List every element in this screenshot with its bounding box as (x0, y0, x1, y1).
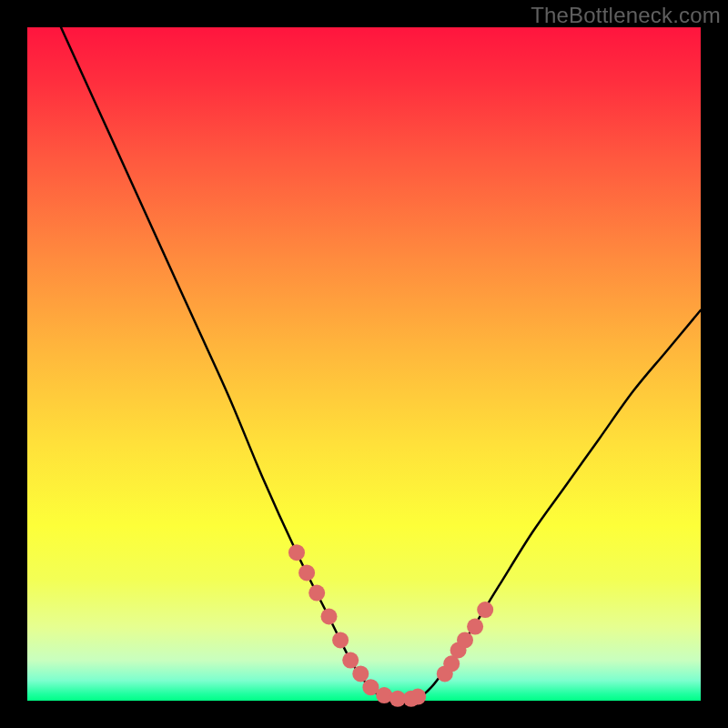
chart-frame: TheBottleneck.com (0, 0, 728, 728)
highlight-dots (288, 544, 493, 707)
highlight-dot (467, 619, 483, 635)
highlight-dot (410, 689, 426, 705)
highlight-dot (332, 632, 349, 648)
highlight-dot (308, 585, 325, 602)
highlight-dot (321, 609, 338, 625)
highlight-dot (352, 665, 369, 682)
highlight-dot (457, 632, 473, 648)
watermark-text: TheBottleneck.com (531, 3, 721, 28)
curve-layer (27, 27, 701, 701)
highlight-dot (477, 602, 493, 618)
highlight-dot (288, 544, 305, 561)
highlight-dot (342, 652, 359, 669)
bottleneck-curve (61, 27, 701, 702)
highlight-dot (298, 564, 315, 581)
plot-area (27, 27, 701, 701)
